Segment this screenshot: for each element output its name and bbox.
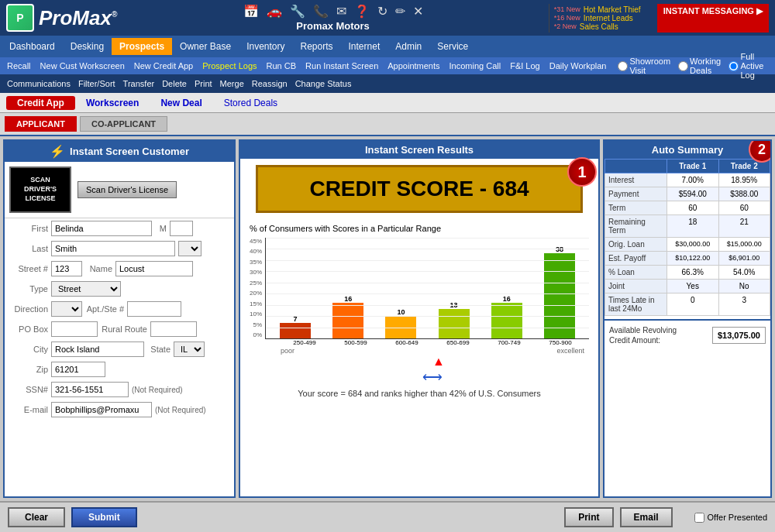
direction-select[interactable]: NSEW [51,301,82,317]
tab-stored-deals[interactable]: Stored Deals [213,96,288,110]
help-icon[interactable]: ❓ [354,4,370,19]
toolbar-new-credit[interactable]: New Credit App [130,60,197,71]
showroom-visit-radio[interactable]: Showroom Visit [618,57,670,75]
chart-title: % of Consumers with Scores in a Particul… [250,224,589,233]
tab-toolbar-delete[interactable]: Delete [158,78,191,89]
chart-container: % of Consumers with Scores in a Particul… [240,219,598,403]
toolbar-appointments[interactable]: Appointments [384,60,443,71]
working-deals-radio[interactable]: Working Deals [678,57,721,75]
hot-market-link[interactable]: Hot Market Thief [584,5,641,14]
email-note: (Not Required) [155,406,206,414]
x-label-700-749: 700-749 [485,339,533,346]
nav-prospects[interactable]: Prospects [112,38,172,55]
toolbar-fni[interactable]: F&I Log [506,60,544,71]
nav-internet[interactable]: Internet [341,38,388,55]
applicant-tabs: APPLICANT CO-APPLICANT [0,113,775,136]
state-select[interactable]: ILIAWI [174,342,205,357]
mi-input[interactable] [170,221,193,236]
toolbar-run-cb[interactable]: Run CB [263,60,301,71]
tab-toolbar-communications[interactable]: Communications [3,78,74,89]
navbar: Dashboard Desking Prospects Owner Base I… [0,36,775,57]
ssn-input[interactable] [51,382,129,397]
clear-button[interactable]: Clear [8,507,65,527]
msg2: *16 New Internet Leads [554,14,653,22]
city-input[interactable] [51,342,144,357]
scan-area: SCANDRIVER'SLICENSE Scan Driver's Licens… [5,162,234,218]
y-label-45: 45% [250,238,262,245]
sales-calls-link[interactable]: Sales Calls [580,22,618,31]
first-name-row: First M [5,218,234,239]
street-type-select[interactable]: StreetAveBlvdDrLn [51,281,121,297]
last-name-row: Last [5,239,234,259]
street-num-input[interactable] [51,261,82,276]
edit-icon[interactable]: ✏ [395,4,405,19]
nav-reports[interactable]: Reports [293,38,341,55]
apt-input[interactable] [127,301,181,317]
submit-button[interactable]: Submit [71,507,137,527]
right-panel: Auto Summary 2 Trade 1 Trade 2 Interest … [603,139,772,498]
step2-badge: 2 [749,139,772,163]
nav-inventory[interactable]: Inventory [239,38,292,55]
calendar-icon[interactable]: 📅 [243,4,259,19]
x-label-600-649: 600-649 [383,339,431,346]
tab-toolbar-filter[interactable]: Filter/Sort [74,78,119,89]
zip-input[interactable] [51,362,105,377]
toolbar-incoming-call[interactable]: Incoming Call [446,60,505,71]
table-row: % Loan 66.3% 54.0% [605,266,770,280]
table-row: Joint Yes No [605,280,770,293]
phone-icon[interactable]: 📞 [313,4,329,19]
nav-admin[interactable]: Admin [388,38,429,55]
print-button[interactable]: Print [564,507,613,527]
internet-leads-link[interactable]: Internet Leads [584,14,633,22]
street-name-input[interactable] [115,261,193,276]
toolbar-recall[interactable]: Recall [3,60,35,71]
mail-icon[interactable]: ✉ [336,4,346,19]
nav-desking[interactable]: Desking [63,38,112,55]
y-label-5: 5% [250,321,262,328]
revolving-label: Available Revolving Credit Amount: [609,325,694,345]
toolbar-new-cust[interactable]: New Cust Workscreen [36,60,129,71]
offer-presented-checkbox[interactable] [694,513,704,523]
tab-toolbar-change-status[interactable]: Change Status [291,78,356,89]
pobox-input[interactable] [51,321,98,337]
nav-service[interactable]: Service [429,38,476,55]
email-input[interactable] [51,402,152,417]
toolbar-prospect-logs[interactable]: Prospect Logs [198,60,260,71]
step1-badge: 1 [567,157,597,187]
msg3: *2 New Sales Calls [554,22,653,31]
suffix-select[interactable] [178,241,202,256]
street-row: Street # Name [5,259,234,279]
city-row: City State ILIAWI [5,339,234,359]
car-icon[interactable]: 🚗 [267,4,282,19]
toolbar-daily-workplan[interactable]: Daily Workplan [546,60,611,71]
msg1: *31 New Hot Market Thief [554,5,653,14]
tab-new-deal[interactable]: New Deal [150,96,212,110]
tab-toolbar-print[interactable]: Print [191,78,216,89]
right-panel-title: Auto Summary 2 [604,141,770,159]
nav-dashboard[interactable]: Dashboard [2,38,63,55]
y-label-25: 25% [250,280,262,287]
applicant-tab[interactable]: APPLICANT [5,116,77,132]
scan-driver-license-btn[interactable]: Scan Driver's License [78,181,177,198]
full-active-log-radio[interactable]: Full Active Log [728,52,772,80]
co-applicant-tab[interactable]: CO-APPLICANT [80,116,167,132]
nav-owner-base[interactable]: Owner Base [172,38,239,55]
toolbar-instant-screen[interactable]: Run Instant Screen [301,60,382,71]
close-icon[interactable]: ✕ [413,4,423,19]
email-button[interactable]: Email [620,507,673,527]
tab-credit-app[interactable]: Credit App [6,96,75,110]
instant-messaging-btn[interactable]: INSTANT MESSAGING ▶ [657,4,769,33]
bar-650-699: 13 [429,301,479,338]
tab-workscreen[interactable]: Workscreen [75,96,150,110]
last-name-input[interactable] [51,241,175,256]
rural-input[interactable] [150,321,197,337]
refresh-icon[interactable]: ↻ [377,4,388,19]
email-row: E-mail (Not Required) [5,400,234,420]
tab-toolbar-merge[interactable]: Merge [216,78,248,89]
wrench-icon[interactable]: 🔧 [290,4,305,19]
first-name-input[interactable] [51,221,152,236]
tab-toolbar-transfer[interactable]: Transfer [119,78,159,89]
header-icons-row: 📅 🚗 🔧 📞 ✉ ❓ ↻ ✏ ✕ [243,4,423,19]
tab-toolbar-reassign[interactable]: Reassign [248,78,291,89]
main-content: ⚡ Instant Screen Customer SCANDRIVER'SLI… [0,136,775,501]
